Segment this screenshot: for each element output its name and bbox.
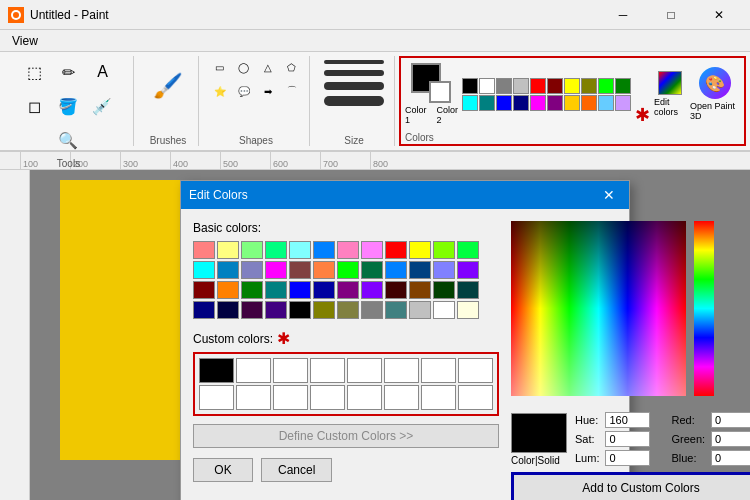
magnify-tool-button[interactable]: 🔍 [52, 124, 84, 156]
minimize-button[interactable]: ─ [600, 0, 646, 30]
basic-color-swatch[interactable] [385, 261, 407, 279]
close-button[interactable]: ✕ [696, 0, 742, 30]
basic-color-swatch[interactable] [409, 241, 431, 259]
green-input[interactable] [711, 431, 750, 447]
dialog-close-button[interactable]: ✕ [597, 183, 621, 207]
ribbon-color-swatch[interactable] [581, 95, 597, 111]
basic-color-swatch[interactable] [193, 261, 215, 279]
basic-color-swatch[interactable] [457, 301, 479, 319]
basic-color-swatch[interactable] [361, 281, 383, 299]
spectrum-picker[interactable] [511, 221, 686, 396]
ribbon-color-swatch[interactable] [615, 78, 631, 94]
menu-view[interactable]: View [4, 32, 46, 50]
basic-color-swatch[interactable] [241, 241, 263, 259]
basic-color-swatch[interactable] [409, 301, 431, 319]
basic-color-swatch[interactable] [409, 281, 431, 299]
blue-input[interactable] [711, 450, 750, 466]
custom-color-swatch[interactable] [384, 385, 419, 410]
basic-color-swatch[interactable] [217, 281, 239, 299]
basic-color-swatch[interactable] [241, 281, 263, 299]
basic-color-swatch[interactable] [313, 281, 335, 299]
basic-color-swatch[interactable] [289, 301, 311, 319]
ribbon-color-swatch[interactable] [564, 78, 580, 94]
basic-color-swatch[interactable] [193, 301, 215, 319]
basic-color-swatch[interactable] [361, 241, 383, 259]
basic-color-swatch[interactable] [361, 261, 383, 279]
basic-color-swatch[interactable] [409, 261, 431, 279]
ribbon-color-swatch[interactable] [496, 78, 512, 94]
shape-btn-1[interactable]: ▭ [209, 56, 231, 78]
basic-color-swatch[interactable] [289, 241, 311, 259]
basic-color-swatch[interactable] [433, 261, 455, 279]
hue-bar[interactable] [694, 221, 714, 396]
custom-color-swatch[interactable] [199, 358, 234, 383]
open-paint3d-button[interactable]: 🎨 Open Paint 3D [690, 62, 740, 126]
custom-color-swatch[interactable] [421, 385, 456, 410]
basic-color-swatch[interactable] [217, 261, 239, 279]
basic-color-swatch[interactable] [193, 281, 215, 299]
eraser-tool-button[interactable]: ◻ [18, 90, 50, 122]
custom-color-swatch[interactable] [384, 358, 419, 383]
basic-color-swatch[interactable] [337, 261, 359, 279]
ribbon-color-swatch[interactable] [513, 95, 529, 111]
custom-color-swatch[interactable] [310, 385, 345, 410]
custom-color-swatch[interactable] [199, 385, 234, 410]
basic-color-swatch[interactable] [265, 281, 287, 299]
custom-color-swatch[interactable] [458, 358, 493, 383]
ribbon-color-swatch[interactable] [462, 95, 478, 111]
cancel-button[interactable]: Cancel [261, 458, 332, 482]
basic-color-swatch[interactable] [457, 261, 479, 279]
ribbon-color-swatch[interactable] [615, 95, 631, 111]
canvas-area[interactable]: Edit Colors ✕ Basic colors: Custom color… [30, 170, 750, 500]
hue-input[interactable] [605, 412, 650, 428]
basic-color-swatch[interactable] [265, 261, 287, 279]
ribbon-color-swatch[interactable] [547, 78, 563, 94]
custom-color-swatch[interactable] [458, 385, 493, 410]
ribbon-color-swatch[interactable] [564, 95, 580, 111]
basic-color-swatch[interactable] [433, 301, 455, 319]
basic-color-swatch[interactable] [313, 301, 335, 319]
basic-color-swatch[interactable] [217, 241, 239, 259]
basic-color-swatch[interactable] [289, 261, 311, 279]
select-tool-button[interactable]: ⬚ [18, 56, 50, 88]
basic-color-swatch[interactable] [457, 241, 479, 259]
fill-tool-button[interactable]: 🪣 [52, 90, 84, 122]
shape-btn-6[interactable]: 💬 [233, 80, 255, 102]
custom-color-swatch[interactable] [236, 385, 271, 410]
ribbon-color-swatch[interactable] [598, 95, 614, 111]
add-to-custom-colors-button[interactable]: Add to Custom Colors [511, 472, 750, 500]
shape-btn-4[interactable]: ⬠ [281, 56, 303, 78]
ribbon-color-swatch[interactable] [496, 95, 512, 111]
custom-color-swatch[interactable] [347, 385, 382, 410]
shape-btn-8[interactable]: ⌒ [281, 80, 303, 102]
ribbon-color-swatch[interactable] [479, 95, 495, 111]
shape-btn-7[interactable]: ➡ [257, 80, 279, 102]
basic-color-swatch[interactable] [337, 241, 359, 259]
ribbon-color-swatch[interactable] [530, 78, 546, 94]
basic-color-swatch[interactable] [265, 241, 287, 259]
basic-color-swatch[interactable] [337, 281, 359, 299]
basic-color-swatch[interactable] [265, 301, 287, 319]
custom-color-swatch[interactable] [236, 358, 271, 383]
basic-color-swatch[interactable] [241, 261, 263, 279]
basic-color-swatch[interactable] [361, 301, 383, 319]
basic-color-swatch[interactable] [313, 241, 335, 259]
shape-btn-5[interactable]: ⭐ [209, 80, 231, 102]
basic-color-swatch[interactable] [457, 281, 479, 299]
custom-color-swatch[interactable] [310, 358, 345, 383]
basic-color-swatch[interactable] [193, 241, 215, 259]
ok-button[interactable]: OK [193, 458, 253, 482]
basic-color-swatch[interactable] [217, 301, 239, 319]
text-tool-button[interactable]: A [86, 56, 118, 88]
maximize-button[interactable]: □ [648, 0, 694, 30]
basic-color-swatch[interactable] [385, 241, 407, 259]
eyedropper-tool-button[interactable]: 💉 [86, 90, 118, 122]
color2-swatch[interactable] [429, 81, 451, 103]
ribbon-color-swatch[interactable] [581, 78, 597, 94]
ribbon-color-swatch[interactable] [479, 78, 495, 94]
ribbon-color-swatch[interactable] [462, 78, 478, 94]
basic-color-swatch[interactable] [385, 301, 407, 319]
sat-input[interactable] [605, 431, 650, 447]
pencil-tool-button[interactable]: ✏ [52, 56, 84, 88]
shape-btn-2[interactable]: ◯ [233, 56, 255, 78]
